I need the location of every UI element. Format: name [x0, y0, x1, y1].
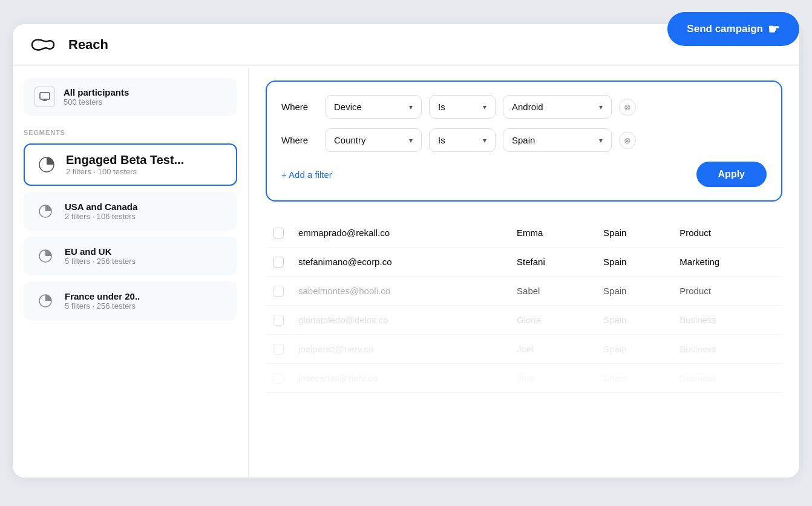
sidebar-item-usa-canada[interactable]: USA and Canada 2 filters · 106 testers	[24, 192, 237, 231]
row-dept: Product	[672, 218, 782, 248]
logo-svg	[30, 36, 56, 53]
sidebar: All participants 500 testers SEGMENTS	[13, 66, 249, 478]
filter-value-android-text: Android	[512, 102, 543, 112]
all-participants-count: 500 testers	[64, 97, 129, 107]
row-dept: Business	[672, 364, 782, 393]
monitor-icon	[34, 87, 55, 107]
testers-table: emmaprado@rekall.coEmmaSpainProductstefa…	[266, 218, 782, 393]
row-dept: Product	[672, 277, 782, 306]
app-logo	[30, 36, 56, 53]
chevron-down-icon-spain: ▾	[599, 136, 603, 145]
filter-field-country[interactable]: Country ▾	[325, 128, 422, 152]
all-participants-item[interactable]: All participants 500 testers	[24, 78, 237, 116]
page-title: Reach	[68, 37, 108, 53]
pie-chart-icon-engaged	[36, 154, 57, 176]
filter-row-1: Where Device ▾ Is ▾ Android ▾	[281, 95, 767, 119]
chevron-down-icon-country: ▾	[409, 136, 413, 145]
all-participants-label: All participants	[64, 87, 129, 97]
filter-value-spain-text: Spain	[512, 135, 535, 145]
filter-operator-1[interactable]: Is ▾	[429, 95, 496, 119]
table-row: stefanimano@ecorp.coStefaniSpainMarketin…	[266, 248, 782, 277]
row-country: Spain	[596, 218, 672, 248]
chevron-down-icon-op2: ▾	[483, 136, 486, 145]
table-row: gloriatoledo@delos.coGloriaSpainBusiness	[266, 306, 782, 335]
filter-operator-2[interactable]: Is ▾	[429, 128, 496, 152]
segment-text-engaged: Engaged Beta Test... 2 filters · 100 tes…	[66, 153, 184, 176]
row-name: Emma	[509, 218, 596, 248]
table-row: emmaprado@rekall.coEmmaSpainProduct	[266, 218, 782, 248]
all-participants-text: All participants 500 testers	[64, 87, 129, 107]
segment-name-france: France under 20..	[65, 291, 140, 301]
segment-meta-engaged: 2 filters · 100 testers	[66, 167, 184, 176]
row-dept: Business	[672, 335, 782, 364]
filter-actions: + Add a filter Apply	[281, 162, 767, 187]
filter-field-device[interactable]: Device ▾	[325, 95, 422, 119]
row-checkbox[interactable]	[273, 257, 284, 268]
row-checkbox[interactable]	[273, 228, 284, 238]
row-email: joelperez@nerv.co	[291, 335, 509, 364]
pie-chart-icon-usa	[34, 200, 56, 222]
segment-meta-france: 5 filters · 256 testers	[65, 301, 140, 310]
row-email: josecarlos@nerv.co	[291, 364, 509, 393]
cursor-icon: ☛	[768, 22, 780, 38]
sidebar-item-france[interactable]: France under 20.. 5 filters · 256 tester…	[24, 281, 237, 320]
segments-label: SEGMENTS	[24, 129, 237, 136]
filter-field-country-text: Country	[334, 135, 366, 145]
content-area: All participants 500 testers SEGMENTS	[13, 66, 799, 478]
segment-name-eu: EU and UK	[65, 246, 136, 257]
chevron-down-icon-op1: ▾	[483, 103, 486, 111]
main-content: Where Device ▾ Is ▾ Android ▾	[249, 66, 799, 478]
row-email: sabelmontes@hooli.co	[291, 277, 509, 306]
segment-meta-eu: 5 filters · 256 testers	[65, 257, 136, 266]
apply-button[interactable]: Apply	[696, 162, 767, 187]
row-checkbox[interactable]	[273, 286, 284, 297]
filter-field-device-text: Device	[334, 102, 362, 112]
main-card: Reach All participants 500 testers	[13, 24, 799, 478]
table-row: josecarlos@nerv.coJoseSpainBusiness	[266, 364, 782, 393]
table-row: sabelmontes@hooli.coSabelSpainProduct	[266, 277, 782, 306]
table-row: joelperez@nerv.coJoelSpainBusiness	[266, 335, 782, 364]
pie-chart-icon-eu	[34, 245, 56, 267]
row-name: Joel	[509, 335, 596, 364]
filter-value-spain[interactable]: Spain ▾	[503, 128, 612, 152]
send-campaign-label: Send campaign	[687, 23, 763, 35]
filter-operator-2-text: Is	[438, 135, 445, 145]
chevron-down-icon-android: ▾	[599, 103, 603, 111]
segment-meta-usa: 2 filters · 106 testers	[65, 212, 137, 221]
segment-name-usa: USA and Canada	[65, 202, 137, 212]
row-email: stefanimano@ecorp.co	[291, 248, 509, 277]
row-country: Spain	[596, 248, 672, 277]
row-checkbox[interactable]	[273, 315, 284, 326]
row-checkbox[interactable]	[273, 344, 284, 355]
send-campaign-button[interactable]: Send campaign ☛	[667, 12, 799, 46]
row-country: Spain	[596, 364, 672, 393]
segment-text-france: France under 20.. 5 filters · 256 tester…	[65, 291, 140, 310]
sidebar-item-engaged[interactable]: Engaged Beta Test... 2 filters · 100 tes…	[24, 143, 237, 186]
row-name: Jose	[509, 364, 596, 393]
chevron-down-icon-device: ▾	[409, 103, 413, 111]
add-filter-button[interactable]: + Add a filter	[281, 169, 332, 180]
close-icon-2: ⊗	[624, 136, 631, 145]
row-dept: Marketing	[672, 248, 782, 277]
segment-name-engaged: Engaged Beta Test...	[66, 153, 184, 167]
row-name: Sabel	[509, 277, 596, 306]
filter-label-2: Where	[281, 135, 318, 145]
row-country: Spain	[596, 306, 672, 335]
row-country: Spain	[596, 277, 672, 306]
close-icon-1: ⊗	[624, 102, 631, 112]
row-checkbox[interactable]	[273, 373, 284, 384]
filter-row-2: Where Country ▾ Is ▾ Spain ▾	[281, 128, 767, 152]
row-email: emmaprado@rekall.co	[291, 218, 509, 248]
remove-filter-1-button[interactable]: ⊗	[619, 99, 636, 116]
svg-rect-0	[40, 93, 50, 99]
pie-chart-icon-france	[34, 290, 56, 312]
segment-text-usa: USA and Canada 2 filters · 106 testers	[65, 202, 137, 221]
row-dept: Business	[672, 306, 782, 335]
sidebar-item-eu-uk[interactable]: EU and UK 5 filters · 256 testers	[24, 237, 237, 275]
filter-value-android[interactable]: Android ▾	[503, 95, 612, 119]
segment-text-eu: EU and UK 5 filters · 256 testers	[65, 246, 136, 266]
filter-label-1: Where	[281, 102, 318, 112]
remove-filter-2-button[interactable]: ⊗	[619, 132, 636, 149]
filter-box: Where Device ▾ Is ▾ Android ▾	[266, 80, 782, 202]
row-name: Gloria	[509, 306, 596, 335]
